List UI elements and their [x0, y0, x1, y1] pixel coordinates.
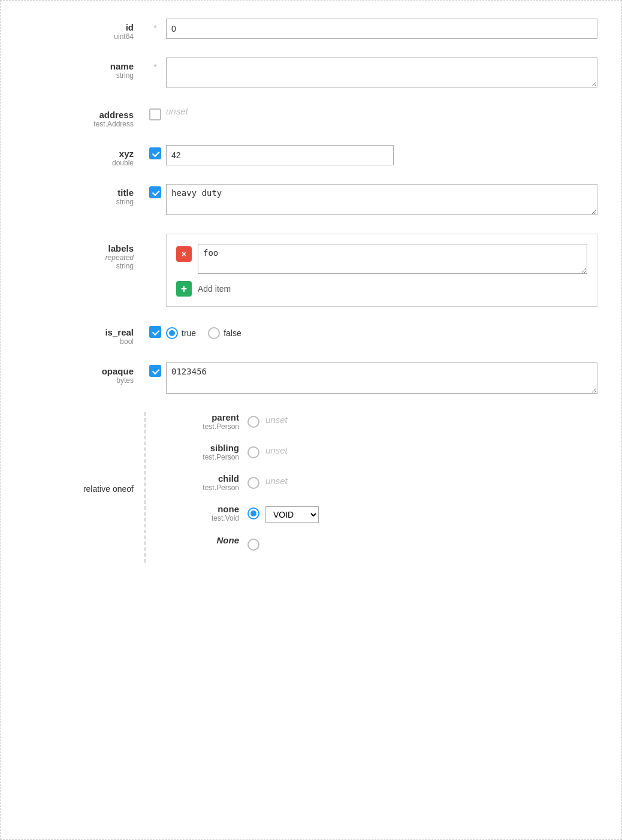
field-label-title: title string: [25, 184, 144, 206]
field-content-opaque: 0123456: [166, 362, 597, 395]
field-label-address: address test.Address: [25, 106, 144, 128]
radio-true-circle: [166, 327, 178, 339]
field-required-id: *: [144, 19, 166, 33]
input-title[interactable]: heavy duty: [166, 184, 597, 215]
radio-circle-parent: [247, 416, 259, 428]
field-row-title: title string heavy duty: [25, 184, 597, 217]
field-checkbox-xyz: [144, 145, 166, 159]
oneof-label-none: none test.Void: [158, 504, 247, 522]
add-label-button[interactable]: +: [176, 281, 192, 297]
field-type-xyz: double: [25, 159, 134, 167]
oneof-row-none-italic: None: [158, 535, 597, 551]
required-star-name: *: [153, 62, 156, 72]
oneof-type-none: test.Void: [158, 514, 239, 522]
oneof-label-sibling: sibling test.Person: [158, 443, 247, 461]
checkbox-opaque[interactable]: [149, 365, 161, 377]
radio-circle-none-italic: [247, 539, 259, 551]
radio-circle-child: [247, 477, 259, 489]
field-type-id: uint64: [25, 32, 134, 41]
relative-options: parent test.Person unset sibling test.Pe…: [144, 412, 597, 563]
input-id[interactable]: [166, 19, 597, 39]
radio-circle-sibling: [247, 446, 259, 458]
field-label-id: id uint64: [25, 19, 144, 41]
field-checkbox-address: [144, 106, 166, 120]
field-checkbox-title: [144, 184, 166, 198]
oneof-name-none: none: [158, 504, 239, 514]
oneof-content-child: unset: [265, 473, 597, 486]
labels-item-row-0: × foo: [176, 244, 587, 274]
field-content-title: heavy duty: [166, 184, 597, 217]
field-checkbox-is-real: [144, 324, 166, 338]
oneof-radio-parent[interactable]: [247, 412, 259, 428]
field-row-xyz: xyz double: [25, 145, 597, 167]
field-type-relative: oneof: [113, 484, 134, 494]
unset-child: unset: [265, 471, 288, 486]
unset-address: unset: [166, 101, 188, 116]
field-name-is-real: is_real: [25, 327, 134, 337]
field-content-is-real: true false: [166, 324, 597, 339]
oneof-row-parent: parent test.Person unset: [158, 412, 597, 431]
input-opaque[interactable]: 0123456: [166, 362, 597, 394]
field-required-name: *: [144, 58, 166, 72]
radio-true-label: true: [182, 328, 196, 338]
field-type-is-real: bool: [25, 337, 134, 346]
field-type-labels-1: repeated: [25, 253, 134, 262]
required-star-id: *: [153, 23, 156, 33]
oneof-radio-child[interactable]: [247, 473, 259, 489]
field-row-name: name string *: [25, 58, 597, 89]
oneof-radio-sibling[interactable]: [247, 443, 259, 458]
oneof-content-sibling: unset: [265, 443, 597, 455]
void-dropdown[interactable]: VOID: [265, 506, 319, 523]
field-name-labels: labels: [25, 243, 134, 253]
radio-false-label: false: [224, 328, 241, 338]
add-item-row: + Add item: [176, 281, 587, 297]
unset-parent: unset: [265, 410, 288, 425]
field-label-labels: labels repeated string: [25, 234, 144, 270]
radio-false-circle: [208, 327, 220, 339]
label-input-0[interactable]: foo: [198, 244, 587, 274]
checkbox-xyz[interactable]: [149, 147, 161, 159]
oneof-content-none-italic: [265, 535, 597, 537]
remove-label-0-button[interactable]: ×: [176, 246, 192, 262]
radio-group-is-real: true false: [166, 324, 597, 339]
oneof-radio-none-italic[interactable]: [247, 535, 259, 551]
field-type-opaque: bytes: [25, 376, 134, 385]
field-row-relative: relative oneof parent test.Person unset: [25, 412, 597, 563]
radio-true[interactable]: true: [166, 327, 196, 339]
oneof-row-sibling: sibling test.Person unset: [158, 443, 597, 461]
field-label-is-real: is_real bool: [25, 324, 144, 346]
field-type-title: string: [25, 198, 134, 206]
oneof-content-parent: unset: [265, 412, 597, 425]
add-item-label: Add item: [198, 284, 231, 294]
field-name-xyz: xyz: [25, 149, 134, 159]
oneof-label-parent: parent test.Person: [158, 412, 247, 431]
oneof-content-none: VOID: [265, 504, 597, 523]
radio-circle-none: [247, 507, 259, 519]
field-label-xyz: xyz double: [25, 145, 144, 167]
checkbox-address[interactable]: [149, 108, 161, 120]
field-content-name: [166, 58, 597, 89]
input-name[interactable]: [166, 58, 597, 87]
field-content-labels: × foo + Add item: [166, 234, 597, 307]
field-type-labels-2: string: [25, 262, 134, 270]
checkbox-title[interactable]: [149, 186, 161, 198]
field-content-address: unset: [166, 106, 597, 116]
field-type-address: test.Address: [25, 120, 134, 128]
oneof-type-parent: test.Person: [158, 422, 239, 431]
field-label-name: name string: [25, 58, 144, 80]
field-checkbox-opaque: [144, 362, 166, 377]
field-content-id: [166, 19, 597, 39]
oneof-radio-none[interactable]: [247, 504, 259, 519]
field-name-id: id: [25, 22, 134, 32]
field-checkbox-labels: [144, 234, 166, 237]
input-xyz[interactable]: [166, 145, 394, 165]
unset-sibling: unset: [265, 440, 288, 455]
form-container: id uint64 * name string * address test.A…: [0, 0, 622, 840]
field-name-address: address: [25, 110, 134, 120]
field-label-opaque: opaque bytes: [25, 362, 144, 385]
radio-false[interactable]: false: [208, 327, 241, 339]
checkbox-is-real[interactable]: [149, 326, 161, 338]
field-row-is-real: is_real bool true false: [25, 324, 597, 346]
oneof-row-none: none test.Void VOID: [158, 504, 597, 523]
field-name-title: title: [25, 188, 134, 198]
